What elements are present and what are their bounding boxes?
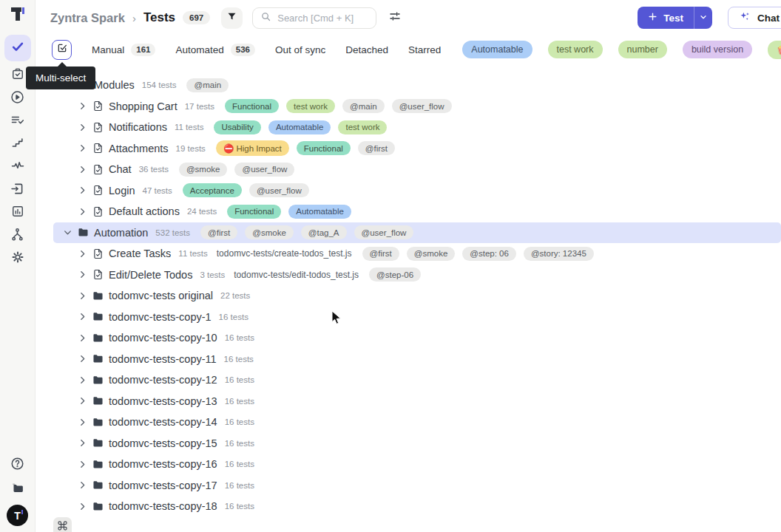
tag-pill-functional[interactable]: Functional xyxy=(227,205,281,219)
sidebar-item-import[interactable] xyxy=(9,181,27,199)
chevron-right-icon[interactable] xyxy=(77,164,88,175)
chevron-right-icon[interactable] xyxy=(77,417,88,428)
suite-row-notifications[interactable]: Notifications11 testsUsabilityAutomatabl… xyxy=(53,117,781,138)
tag-pill-tag-a[interactable]: @tag_A xyxy=(301,225,347,239)
tag-pill-test-work[interactable]: test work xyxy=(286,99,335,113)
chevron-right-icon[interactable] xyxy=(77,122,88,133)
folder-row-automation[interactable]: Automation532 tests@first@smoke@tag_A@us… xyxy=(53,222,781,244)
profile-avatar[interactable]: T xyxy=(7,505,28,526)
folder-row-todomvc-tests-copy-17[interactable]: todomvc-tests-copy-1716 tests xyxy=(53,475,781,497)
breadcrumb-project[interactable]: Zyntra Spark xyxy=(50,11,125,25)
sidebar-item-test-plans[interactable] xyxy=(9,66,27,84)
tag-pill-user-flow[interactable]: @user_flow xyxy=(234,163,294,177)
folder-row-modules[interactable]: Modules154 tests@main xyxy=(53,75,781,96)
tag-pill-smoke[interactable]: @smoke xyxy=(245,225,294,239)
chevron-right-icon[interactable] xyxy=(77,437,88,449)
filter-button[interactable] xyxy=(221,7,243,29)
sidebar-item-reports[interactable] xyxy=(9,204,27,222)
suite-row-attachments[interactable]: Attachments19 tests⛔ High ImpactFunction… xyxy=(53,138,781,160)
sidebar-item-steps[interactable] xyxy=(9,135,27,153)
filter-tag-test-work[interactable]: test work xyxy=(548,41,603,58)
filter-tag-flaky[interactable]: 🍿 Flaky xyxy=(768,41,781,59)
tag-pill-main[interactable]: @main xyxy=(342,99,385,113)
filter-tag-build-version[interactable]: build version xyxy=(683,41,752,58)
tag-pill-first[interactable]: @first xyxy=(200,225,237,239)
filter-tab-starred[interactable]: Starred xyxy=(408,44,441,55)
chevron-right-icon[interactable] xyxy=(77,395,88,406)
chevron-right-icon[interactable] xyxy=(77,290,88,301)
folder-row-todomvc-tests-copy-11[interactable]: todomvc-tests-copy-1116 tests xyxy=(53,349,781,370)
tag-pill-test-work[interactable]: test work xyxy=(338,120,387,134)
folder-row-todomvc-tests-copy-18[interactable]: todomvc-tests-copy-1816 tests xyxy=(53,496,781,517)
tag-pill-smoke[interactable]: @smoke xyxy=(179,163,228,177)
suite-row-shopping-cart[interactable]: Shopping Cart17 testsFunctionaltest work… xyxy=(53,96,781,117)
tag-pill-acceptance[interactable]: Acceptance xyxy=(183,183,242,197)
chevron-right-icon[interactable] xyxy=(77,185,88,196)
chevron-right-icon[interactable] xyxy=(77,501,88,512)
chevron-right-icon[interactable] xyxy=(77,248,88,259)
chevron-right-icon[interactable] xyxy=(77,459,88,470)
folder-row-todomvc-tests-copy-12[interactable]: todomvc-tests-copy-1216 tests xyxy=(53,369,781,391)
filter-tab-detached[interactable]: Detached xyxy=(345,44,388,55)
sidebar-item-projects[interactable] xyxy=(9,480,27,498)
chevron-down-icon[interactable] xyxy=(62,227,73,238)
add-test-button[interactable]: Test xyxy=(638,7,712,29)
sidebar-item-help[interactable] xyxy=(9,456,27,474)
suite-row-login[interactable]: Login47 testsAcceptance@user_flow xyxy=(53,180,781,202)
sidebar-item-pulse[interactable] xyxy=(9,158,27,176)
chevron-right-icon[interactable] xyxy=(77,332,88,344)
filter-tab-manual[interactable]: Manual161 xyxy=(92,44,155,56)
tag-pill-smoke[interactable]: @smoke xyxy=(407,247,456,261)
tag-pill-functional[interactable]: Functional xyxy=(297,141,351,155)
tag-pill-automatable[interactable]: Automatable xyxy=(288,205,351,219)
tag-pill-automatable[interactable]: Automatable xyxy=(268,120,331,134)
suite-row-edit-delete-todos[interactable]: Edit/Delete Todos3 teststodomvc-tests/ed… xyxy=(53,265,781,286)
sidebar-item-branches[interactable] xyxy=(9,227,27,245)
tag-pill-functional[interactable]: Functional xyxy=(225,99,279,113)
multi-select-button[interactable] xyxy=(52,40,72,60)
tag-pill-usability[interactable]: Usability xyxy=(214,120,260,134)
chevron-right-icon[interactable] xyxy=(77,206,88,217)
add-test-dropdown[interactable] xyxy=(694,7,712,29)
chevron-right-icon[interactable] xyxy=(77,480,88,491)
filter-tab-out-of-sync[interactable]: Out of sync xyxy=(275,44,325,55)
folder-row-todomvc-tests-copy-10[interactable]: todomvc-tests-copy-1016 tests xyxy=(53,327,781,349)
command-shortcut-hint[interactable] xyxy=(53,517,72,532)
folder-row-todomvc-tests-copy-1[interactable]: todomvc-tests-copy-116 tests xyxy=(53,307,781,328)
chevron-right-icon[interactable] xyxy=(77,100,88,112)
search-settings-button[interactable] xyxy=(386,9,404,27)
folder-row-todomvc-tests-original[interactable]: todomvc-tests original22 tests xyxy=(53,285,781,307)
tag-pill-high-impact[interactable]: ⛔ High Impact xyxy=(216,140,289,156)
filter-tag-number[interactable]: number xyxy=(618,41,667,58)
sidebar-item-tests[interactable] xyxy=(4,35,31,61)
chevron-right-icon[interactable] xyxy=(77,353,88,364)
search-input[interactable]: Search [Cmd + K] xyxy=(252,7,376,29)
folder-row-todomvc-tests-copy-15[interactable]: todomvc-tests-copy-1516 tests xyxy=(53,433,781,454)
suite-row-default-actions[interactable]: Default actions24 testsFunctionalAutomat… xyxy=(53,201,781,222)
tag-pill-main[interactable]: @main xyxy=(186,78,229,92)
app-logo-icon[interactable] xyxy=(8,4,27,24)
sidebar-item-settings[interactable] xyxy=(9,250,27,267)
chevron-right-icon[interactable] xyxy=(77,143,88,154)
sidebar-item-runs[interactable] xyxy=(9,89,27,107)
tag-pill-user-flow[interactable]: @user_flow xyxy=(249,183,309,197)
add-test-main[interactable]: Test xyxy=(638,7,694,29)
tag-pill-user-flow[interactable]: @user_flow xyxy=(354,225,414,239)
chevron-right-icon[interactable] xyxy=(77,375,88,386)
tag-pill-first[interactable]: @first xyxy=(358,141,395,155)
tag-pill-user-flow[interactable]: @user_flow xyxy=(392,99,452,113)
suite-row-create-tasks[interactable]: Create Tasks11 teststodomvc-tests/create… xyxy=(53,243,781,265)
filter-tag-automatable[interactable]: Automatable xyxy=(462,41,532,58)
ai-chat-button[interactable]: Chat xyxy=(728,7,781,29)
tag-pill-step-06[interactable]: @step-06 xyxy=(369,267,421,282)
folder-row-todomvc-tests-copy-16[interactable]: todomvc-tests-copy-1616 tests xyxy=(53,454,781,475)
suite-row-chat[interactable]: Chat36 tests@smoke@user_flow xyxy=(53,159,781,180)
sidebar-item-checklist[interactable] xyxy=(9,112,27,130)
folder-row-todomvc-tests-copy-14[interactable]: todomvc-tests-copy-1416 tests xyxy=(53,412,781,433)
chevron-right-icon[interactable] xyxy=(77,311,88,322)
filter-tab-automated[interactable]: Automated536 xyxy=(175,44,254,56)
chevron-right-icon[interactable] xyxy=(77,269,88,280)
tag-pill-step-06[interactable]: @step: 06 xyxy=(462,247,516,261)
tag-pill-story-12345[interactable]: @story: 12345 xyxy=(524,247,594,261)
tag-pill-first[interactable]: @first xyxy=(362,247,399,261)
